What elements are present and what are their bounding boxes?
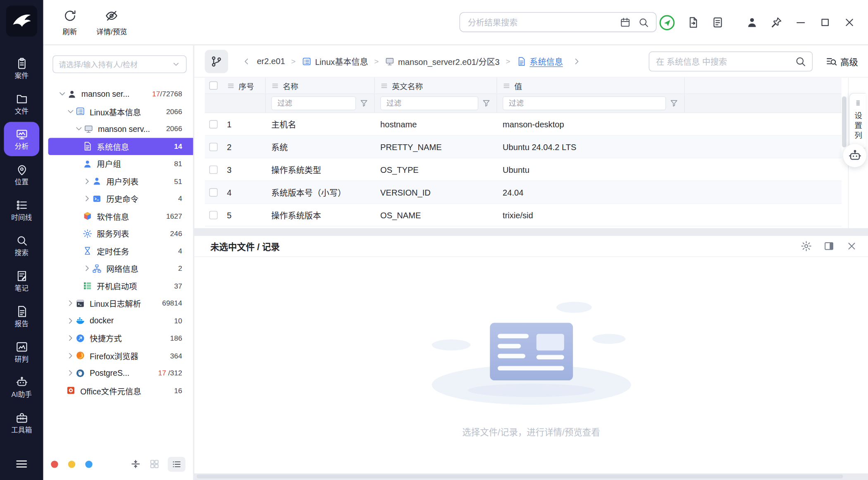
tree-node[interactable]: Firefox浏览器364: [43, 347, 193, 364]
sidebar-item-toolbox[interactable]: 工具箱: [4, 405, 39, 439]
row-checkbox[interactable]: [209, 120, 217, 128]
breadcrumb-forward-icon[interactable]: [572, 56, 582, 66]
sidebar-item-files[interactable]: 文件: [4, 86, 39, 121]
list-view-icon[interactable]: [168, 456, 186, 471]
tree-node[interactable]: 服务列表246: [43, 225, 193, 242]
chevron-right-icon[interactable]: [66, 368, 75, 378]
pin-button[interactable]: [770, 16, 783, 29]
row-checkbox[interactable]: [209, 188, 217, 196]
maximize-button[interactable]: [819, 16, 832, 29]
table-row[interactable]: 5操作系统版本OS_NAMEtrixie/sid: [205, 204, 842, 227]
table-row[interactable]: 2系统PRETTY_NAMEUbuntu 24.04.2 LTS: [205, 136, 842, 158]
filter-input[interactable]: [503, 96, 666, 110]
tree-node[interactable]: 快捷方式186: [43, 330, 193, 347]
close-panel-icon[interactable]: [846, 240, 857, 252]
column-settings-tab[interactable]: 设置列: [849, 93, 866, 148]
search-icon[interactable]: [794, 55, 806, 67]
breadcrumb-item[interactable]: 系统信息: [516, 55, 563, 67]
filter-input[interactable]: [380, 96, 478, 110]
table-row[interactable]: 4系统版本号（小写）VERSION_ID24.04: [205, 181, 842, 204]
send-button[interactable]: [659, 14, 675, 31]
scrollbar-thumb[interactable]: [196, 475, 843, 478]
gear-icon[interactable]: [801, 240, 812, 252]
chevron-down-icon[interactable]: [66, 107, 75, 116]
table-row[interactable]: 3操作系统类型OS_TYPEUbuntu: [205, 158, 842, 181]
split-view-icon[interactable]: [823, 240, 835, 252]
tree-node[interactable]: Linux日志解析69814: [43, 294, 193, 312]
row-checkbox[interactable]: [209, 143, 217, 151]
filter-text-input[interactable]: [385, 98, 473, 108]
row-checkbox[interactable]: [209, 211, 217, 219]
filter-text-input[interactable]: [508, 98, 661, 108]
column-header[interactable]: 值: [497, 77, 685, 93]
sidebar-item-report[interactable]: 报告: [4, 299, 39, 333]
row-checkbox[interactable]: [209, 165, 217, 174]
chevron-right-icon[interactable]: [83, 194, 92, 203]
breadcrumb-back-icon[interactable]: [241, 56, 251, 66]
global-search-input[interactable]: [467, 17, 613, 27]
collapse-icon[interactable]: [130, 459, 141, 470]
sidebar-item-timeline[interactable]: 时间线: [4, 193, 39, 227]
tree-node[interactable]: 历史命令4: [43, 190, 193, 207]
filter-text-input[interactable]: [276, 98, 351, 108]
column-header[interactable]: 序号: [222, 77, 266, 93]
sidebar-item-ai[interactable]: AI助手: [4, 370, 39, 404]
chevron-down-icon[interactable]: [74, 124, 83, 134]
tree-node[interactable]: manson ser...17/72768: [43, 85, 193, 103]
sidebar-item-search[interactable]: 搜索: [4, 228, 39, 263]
tree-node[interactable]: Office文件元信息16: [43, 382, 193, 399]
chevron-right-icon[interactable]: [66, 351, 75, 361]
chevron-right-icon[interactable]: [66, 316, 75, 325]
column-header[interactable]: 名称: [266, 77, 375, 93]
user-button[interactable]: [746, 16, 758, 29]
chevron-down-icon[interactable]: [57, 89, 67, 99]
breadcrumb-item[interactable]: manson_server2.e01/分区3: [385, 55, 500, 67]
breadcrumb-item[interactable]: er2.e01: [257, 57, 285, 66]
funnel-icon[interactable]: [669, 98, 679, 108]
sidebar-item-location[interactable]: 位置: [4, 157, 39, 191]
tree-node[interactable]: Linux基本信息2066: [43, 103, 193, 120]
tree-node[interactable]: 定时任务4: [43, 242, 193, 260]
tree-node[interactable]: 用户列表51: [43, 172, 193, 190]
chevron-right-icon[interactable]: [83, 264, 92, 273]
grid-view-icon[interactable]: [149, 459, 160, 470]
table-row[interactable]: 1主机名hostnamemanson-desktop: [205, 113, 842, 136]
tree-node[interactable]: 软件信息1627: [43, 208, 193, 225]
calendar-icon[interactable]: [620, 17, 631, 28]
refresh-button[interactable]: 刷新: [55, 0, 84, 45]
tree-node[interactable]: 用户组81: [43, 155, 193, 172]
detail-preview-toggle[interactable]: 详情/预览: [96, 0, 127, 45]
chevron-right-icon[interactable]: [66, 334, 75, 343]
select-all-checkbox[interactable]: [209, 81, 217, 90]
horizontal-scrollbar[interactable]: [194, 475, 868, 478]
holder-select[interactable]: 请选择/输入持有人/检材: [52, 55, 186, 73]
tree-node[interactable]: 系统信息14: [48, 138, 193, 155]
scrollbar-thumb[interactable]: [842, 96, 847, 147]
close-button[interactable]: [843, 16, 856, 29]
tree-node[interactable]: manson serv...2066: [43, 120, 193, 138]
table-search-input[interactable]: [655, 56, 794, 67]
sidebar-item-notes[interactable]: 笔记: [4, 263, 39, 298]
chevron-right-icon[interactable]: [66, 299, 75, 308]
tree-node[interactable]: 网络信息2: [43, 260, 193, 277]
funnel-icon[interactable]: [359, 98, 369, 108]
sidebar-item-analysis[interactable]: 分析: [4, 122, 39, 156]
ai-assistant-fab[interactable]: [843, 144, 866, 167]
sidebar-item-case[interactable]: 案件: [4, 51, 39, 85]
menu-icon[interactable]: [14, 457, 29, 471]
breadcrumb-item[interactable]: Linux基本信息: [302, 55, 368, 67]
tree-view-toggle-button[interactable]: [205, 50, 228, 73]
yellow-flag-dot[interactable]: [68, 461, 75, 468]
tree-node[interactable]: 开机启动项37: [43, 277, 193, 294]
form-button[interactable]: [711, 16, 724, 29]
red-flag-dot[interactable]: [51, 461, 58, 468]
search-icon[interactable]: [638, 17, 649, 28]
funnel-icon[interactable]: [482, 98, 491, 108]
minimize-button[interactable]: [794, 16, 807, 29]
advanced-search-button[interactable]: 高级: [825, 45, 858, 78]
tree-node[interactable]: PostgreS...17 /312: [43, 364, 193, 382]
tree-node[interactable]: docker10: [43, 312, 193, 330]
sidebar-item-judge[interactable]: 研判: [4, 334, 39, 369]
filter-input[interactable]: [271, 96, 356, 110]
chevron-right-icon[interactable]: [83, 177, 92, 186]
